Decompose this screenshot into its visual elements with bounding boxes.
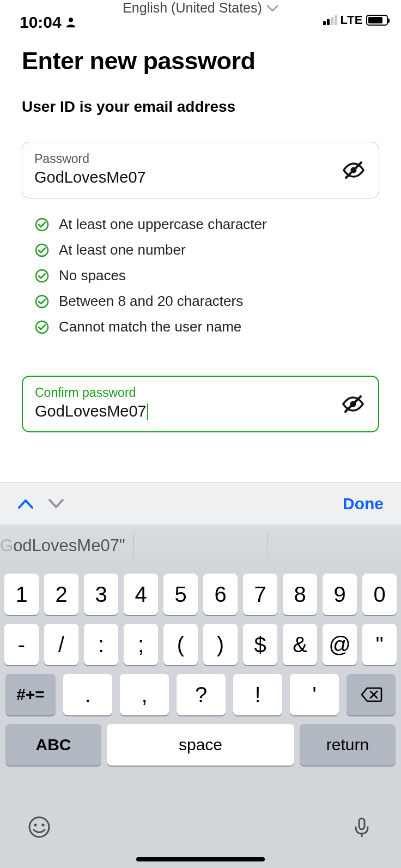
signal-icon bbox=[323, 15, 337, 25]
emoji-icon[interactable] bbox=[27, 815, 51, 839]
eye-off-icon[interactable] bbox=[342, 158, 366, 182]
key-ampersand[interactable]: & bbox=[283, 624, 317, 665]
svg-rect-15 bbox=[359, 818, 364, 829]
time-text: 10:04 bbox=[20, 13, 62, 32]
text-cursor bbox=[147, 403, 148, 420]
rule-item: No spaces bbox=[35, 267, 379, 284]
key-space[interactable]: space bbox=[107, 724, 294, 765]
svg-point-13 bbox=[34, 823, 37, 826]
check-icon bbox=[35, 269, 49, 283]
key-3[interactable]: 3 bbox=[84, 574, 118, 615]
svg-point-12 bbox=[29, 817, 49, 837]
network-label: LTE bbox=[341, 13, 363, 27]
key-slash[interactable]: / bbox=[44, 624, 78, 665]
confirm-password-label: Confirm password bbox=[35, 385, 366, 400]
chevron-down-icon bbox=[266, 4, 278, 12]
status-time: 10:04 bbox=[20, 13, 77, 32]
check-icon bbox=[35, 320, 49, 334]
key-6[interactable]: 6 bbox=[203, 574, 238, 615]
suggestion-cell[interactable] bbox=[268, 533, 402, 559]
chevron-down-icon[interactable] bbox=[48, 498, 64, 509]
keyboard: 1 2 3 4 5 6 7 8 9 0 - / : ; ( ) $ & @ " … bbox=[0, 567, 401, 868]
confirm-password-value: GodLovesMe07 bbox=[35, 402, 366, 420]
rule-item: At least one number bbox=[35, 242, 379, 258]
check-icon bbox=[35, 243, 49, 257]
svg-point-3 bbox=[36, 219, 48, 231]
suggestion-cell[interactable]: GodLovesMe07" bbox=[0, 533, 134, 559]
password-rules: At least one uppercase character At leas… bbox=[35, 216, 379, 335]
person-icon bbox=[65, 16, 77, 28]
key-2[interactable]: 2 bbox=[44, 574, 78, 615]
key-5[interactable]: 5 bbox=[163, 574, 198, 615]
key-7[interactable]: 7 bbox=[243, 574, 277, 615]
page-subtitle: User ID is your email address bbox=[22, 98, 379, 116]
key-paren-close[interactable]: ) bbox=[203, 624, 238, 665]
suggestion-cell[interactable] bbox=[134, 533, 268, 559]
key-backspace[interactable] bbox=[347, 674, 396, 715]
suggestion-bar: GodLovesMe07" bbox=[0, 525, 401, 567]
key-4[interactable]: 4 bbox=[124, 574, 158, 615]
key-colon[interactable]: : bbox=[84, 624, 118, 665]
language-selector[interactable]: English (United States) bbox=[123, 0, 278, 16]
key-quote[interactable]: " bbox=[362, 624, 397, 665]
key-at[interactable]: @ bbox=[323, 624, 357, 665]
status-bar: English (United States) 10:04 LTE bbox=[0, 0, 401, 31]
rule-item: Cannot match the user name bbox=[35, 318, 379, 335]
rule-text: At least one number bbox=[59, 242, 186, 258]
key-dash[interactable]: - bbox=[4, 624, 39, 665]
key-semicolon[interactable]: ; bbox=[124, 624, 158, 665]
check-icon bbox=[35, 218, 49, 232]
svg-point-0 bbox=[69, 17, 73, 22]
mic-icon[interactable] bbox=[350, 815, 374, 839]
backspace-icon bbox=[360, 686, 382, 703]
svg-point-6 bbox=[36, 296, 48, 308]
key-abc[interactable]: ABC bbox=[5, 724, 101, 765]
rule-item: Between 8 and 20 characters bbox=[35, 293, 379, 310]
battery-icon bbox=[366, 15, 388, 26]
key-apostrophe[interactable]: ' bbox=[290, 674, 339, 715]
content: Enter new password User ID is your email… bbox=[0, 31, 401, 432]
chevron-up-icon[interactable] bbox=[17, 498, 34, 509]
home-indicator bbox=[136, 857, 265, 861]
page-title: Enter new password bbox=[22, 47, 379, 75]
key-exclaim[interactable]: ! bbox=[233, 674, 282, 715]
key-symbols[interactable]: #+= bbox=[5, 674, 56, 715]
done-button[interactable]: Done bbox=[343, 495, 384, 513]
eye-off-icon[interactable] bbox=[341, 392, 365, 416]
rule-text: Between 8 and 20 characters bbox=[59, 293, 243, 310]
key-8[interactable]: 8 bbox=[283, 574, 317, 615]
check-icon bbox=[35, 294, 49, 309]
password-value: GodLovesMe07 bbox=[34, 168, 367, 186]
key-comma[interactable]: , bbox=[120, 674, 169, 715]
key-period[interactable]: . bbox=[63, 674, 112, 715]
key-9[interactable]: 9 bbox=[323, 574, 357, 615]
rule-text: No spaces bbox=[59, 267, 126, 284]
rule-item: At least one uppercase character bbox=[35, 216, 379, 233]
rule-text: Cannot match the user name bbox=[59, 318, 241, 335]
keyboard-accessory: Done bbox=[0, 482, 401, 525]
key-1[interactable]: 1 bbox=[4, 574, 39, 615]
key-return[interactable]: return bbox=[300, 724, 396, 765]
key-question[interactable]: ? bbox=[177, 674, 226, 715]
language-label: English (United States) bbox=[123, 0, 262, 16]
key-dollar[interactable]: $ bbox=[243, 624, 277, 665]
svg-point-14 bbox=[41, 823, 44, 826]
status-right: LTE bbox=[323, 13, 388, 27]
key-paren-open[interactable]: ( bbox=[163, 624, 198, 665]
key-0[interactable]: 0 bbox=[362, 574, 397, 615]
password-field[interactable]: Password GodLovesMe07 bbox=[22, 142, 379, 198]
svg-point-4 bbox=[36, 244, 48, 256]
password-label: Password bbox=[34, 152, 367, 166]
confirm-password-field[interactable]: Confirm password GodLovesMe07 bbox=[22, 376, 379, 432]
rule-text: At least one uppercase character bbox=[59, 216, 267, 233]
svg-point-5 bbox=[36, 270, 48, 282]
svg-point-7 bbox=[36, 321, 48, 333]
